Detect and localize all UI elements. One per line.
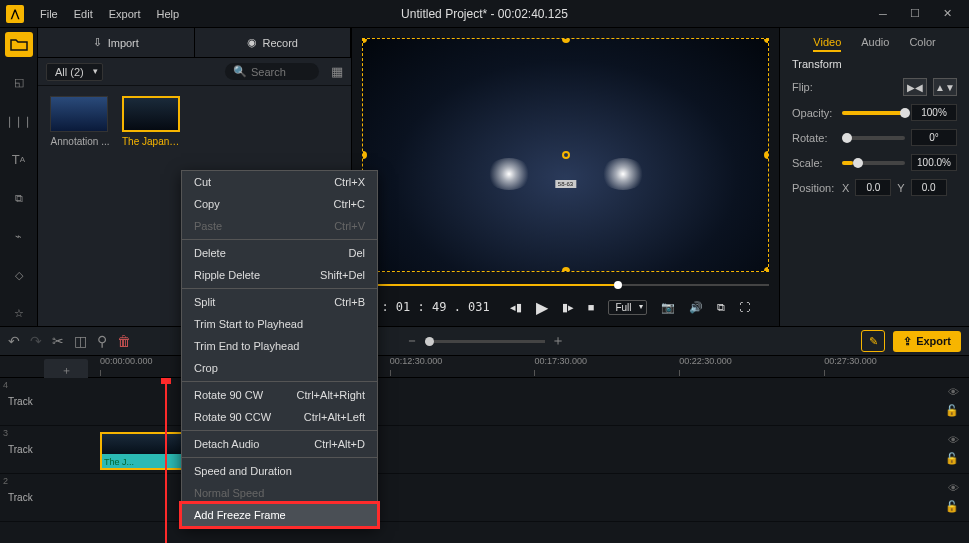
opacity-slider[interactable] [842,111,905,115]
media-filter-select[interactable]: All (2) [46,63,103,81]
media-thumb-annotation[interactable]: Annotation ... [50,96,110,147]
track-row[interactable]: 2Track👁🔓 [0,474,969,522]
title-bar: ⋀ File Edit Export Help Untitled Project… [0,0,969,28]
timeline-ruler[interactable]: ＋ 00:00:00.000 00:05:00.000 00:12:30.000… [0,356,969,378]
ctx-copy[interactable]: CopyCtrl+C [182,193,377,215]
flip-horizontal-button[interactable]: ▶◀ [903,78,927,96]
opacity-value[interactable]: 100% [911,104,957,121]
rotate-value[interactable]: 0° [911,129,957,146]
timeline-clip[interactable]: The J... [100,432,188,470]
menu-file[interactable]: File [32,8,66,20]
notes-button[interactable]: ✎ [861,330,885,352]
rotate-slider[interactable] [842,136,905,140]
export-button[interactable]: ⇪Export [893,331,961,352]
rail-stock-icon[interactable]: ◱ [5,71,33,96]
ruler-mark: 00:22:30.000 [679,356,824,377]
zoom-out-button[interactable]: － [405,332,419,350]
clip-label: The J... [104,457,134,467]
flip-vertical-button[interactable]: ▲▼ [933,78,957,96]
rail-media-icon[interactable] [5,32,33,57]
rail-text-icon[interactable]: TA [5,148,33,173]
scale-value[interactable]: 100.0% [911,154,957,171]
window-title: Untitled Project* - 00:02:40.125 [401,7,568,21]
zoom-slider[interactable] [425,340,545,343]
grid-view-icon[interactable]: ▦ [331,64,343,79]
track-label: Track [8,396,33,407]
tab-import[interactable]: ⇩Import [38,28,195,57]
thumb-label: Annotation ... [50,136,110,147]
track-visibility-icon[interactable]: 👁 [948,386,959,398]
track-visibility-icon[interactable]: 👁 [948,434,959,446]
position-label: Position: [792,182,836,194]
tab-video[interactable]: Video [813,34,841,52]
context-menu: CutCtrl+X CopyCtrl+C PasteCtrl+V DeleteD… [181,170,378,527]
undo-button[interactable]: ↶ [8,333,20,349]
section-transform: Transform [792,58,957,70]
rail-audio-icon[interactable]: ❘❘❘ [5,109,33,134]
track-row[interactable]: 4Track👁🔓 [0,378,969,426]
ctx-trim-start[interactable]: Trim Start to Playhead [182,313,377,335]
fullscreen-icon[interactable]: ⛶ [739,301,750,313]
redo-button[interactable]: ↷ [30,333,42,349]
ctx-rotate-ccw[interactable]: Rotate 90 CCWCtrl+Alt+Left [182,406,377,428]
rail-elements-icon[interactable]: ◇ [5,263,33,288]
delete-button[interactable]: 🗑 [117,333,131,349]
scale-slider[interactable] [842,161,905,165]
close-button[interactable]: ✕ [931,2,963,26]
play-button[interactable]: ▶ [536,298,548,317]
ctx-ripple-delete[interactable]: Ripple DeleteShift+Del [182,264,377,286]
rail-effects-icon[interactable]: ⌁ [5,225,33,250]
export-icon: ⇪ [903,335,912,348]
ctx-cut[interactable]: CutCtrl+X [182,171,377,193]
snapshot-icon[interactable]: 📷 [661,301,675,314]
track-visibility-icon[interactable]: 👁 [948,482,959,494]
volume-icon[interactable]: 🔊 [689,301,703,314]
tab-color[interactable]: Color [909,34,935,52]
stop-button[interactable]: ■ [588,301,595,313]
ctx-rotate-cw[interactable]: Rotate 90 CWCtrl+Alt+Right [182,384,377,406]
track-row[interactable]: 3Track👁🔓 The J... [0,426,969,474]
playhead[interactable] [165,378,167,543]
ctx-speed-duration[interactable]: Speed and Duration [182,460,377,482]
ctx-detach-audio[interactable]: Detach AudioCtrl+Alt+D [182,433,377,455]
menu-edit[interactable]: Edit [66,8,101,20]
preview-viewport[interactable]: 58-63 [362,38,769,272]
prev-frame-button[interactable]: ◂▮ [510,301,522,314]
rail-favorites-icon[interactable]: ☆ [5,302,33,327]
ctx-crop[interactable]: Crop [182,357,377,379]
track-lock-icon[interactable]: 🔓 [945,500,959,513]
track-lock-icon[interactable]: 🔓 [945,404,959,417]
tab-record[interactable]: ◉Record [195,28,352,57]
search-input[interactable] [251,66,311,78]
maximize-button[interactable]: ☐ [899,2,931,26]
marker-button[interactable]: ⚲ [97,333,107,349]
preview-size-select[interactable]: Full [608,300,646,315]
preview-scrubber[interactable] [362,278,769,292]
ctx-normal-speed: Normal Speed [182,482,377,504]
opacity-label: Opacity: [792,107,836,119]
record-icon: ◉ [247,36,257,49]
pos-y-label: Y [897,182,904,194]
track-lock-icon[interactable]: 🔓 [945,452,959,465]
menu-help[interactable]: Help [149,8,188,20]
tab-audio[interactable]: Audio [861,34,889,52]
ctx-delete[interactable]: DeleteDel [182,242,377,264]
properties-panel: Video Audio Color Transform Flip: ▶◀ ▲▼ … [779,28,969,326]
media-thumb-japanese[interactable]: The Japane... [122,96,182,147]
next-frame-button[interactable]: ▮▸ [562,301,574,314]
rotate-label: Rotate: [792,132,836,144]
search-box[interactable]: 🔍 [225,63,319,80]
menu-export[interactable]: Export [101,8,149,20]
rail-transition-icon[interactable]: ⧉ [5,186,33,211]
position-y-value[interactable]: 0.0 [911,179,947,196]
detach-preview-icon[interactable]: ⧉ [717,301,725,314]
ctx-split[interactable]: SplitCtrl+B [182,291,377,313]
position-x-value[interactable]: 0.0 [855,179,891,196]
crop-button[interactable]: ◫ [74,333,87,349]
minimize-button[interactable]: ─ [867,2,899,26]
split-button[interactable]: ✂ [52,333,64,349]
zoom-in-button[interactable]: ＋ [551,332,565,350]
ctx-add-freeze-frame[interactable]: Add Freeze Frame [182,504,377,526]
ctx-trim-end[interactable]: Trim End to Playhead [182,335,377,357]
track-label: Track [8,492,33,503]
